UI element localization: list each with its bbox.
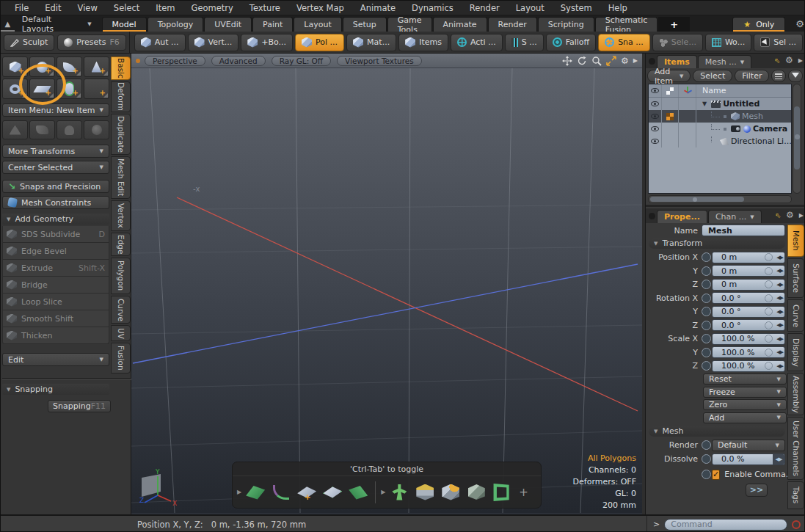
keyframe-circle-icon[interactable]	[765, 307, 773, 316]
spinner-arrows-icon[interactable]: ◀▶	[776, 282, 783, 288]
channel-circle-icon[interactable]	[702, 348, 711, 357]
spinner-arrows-icon[interactable]: ◀▶	[776, 322, 783, 328]
primitive-button[interactable]: +	[84, 57, 109, 77]
layout-switcher[interactable]: Default Layouts ▼	[15, 17, 102, 32]
add-layout-tab-button[interactable]: +	[658, 17, 690, 32]
tool-button[interactable]: Sele... ▼	[652, 34, 703, 51]
gear-icon[interactable]: ⚙	[795, 18, 804, 29]
primitive-button[interactable]: +	[2, 79, 28, 99]
tool-button[interactable]: Mat... ▼	[346, 34, 396, 51]
keyframe-circle-icon[interactable]	[765, 294, 773, 302]
transform-value-field[interactable]: 0 m ◀▶	[712, 265, 785, 277]
channel-circle-icon[interactable]	[702, 454, 711, 464]
pan-icon[interactable]	[562, 56, 572, 66]
pill-tool-button[interactable]	[321, 482, 344, 503]
transform-value-field[interactable]: 100.0 % ◀▶	[712, 333, 785, 345]
item-row[interactable]: ▼ Untitled	[649, 98, 791, 110]
visibility-cell[interactable]	[649, 123, 662, 135]
layout-tab[interactable]: Paint	[252, 17, 293, 32]
items-toolbar-button[interactable]: Add Item ▼	[647, 70, 691, 82]
channel-circle-icon[interactable]	[702, 252, 711, 262]
pill-tool-button[interactable]	[490, 482, 514, 503]
menu-item[interactable]: File	[7, 1, 37, 15]
transform-value-field[interactable]: 0.0 ° ◀▶	[712, 292, 785, 304]
presets-button[interactable]: Presets F6	[57, 34, 125, 51]
geometry-tool-button[interactable]: Edge Bevel	[2, 243, 109, 260]
items-toolbar-button[interactable]: Select ▼	[693, 70, 732, 82]
geometry-tool-button[interactable]: Thicken	[2, 327, 109, 344]
left-vertical-tab[interactable]: Vertex	[111, 200, 131, 231]
expand-panel-icon[interactable]: ⇗	[774, 57, 780, 65]
maximize-icon[interactable]	[606, 56, 616, 66]
viewport-3d[interactable]: PerspectiveAdvancedRay GL: OffViewport T…	[131, 54, 642, 514]
properties-vertical-tab[interactable]: Assembly	[787, 373, 804, 415]
channel-circle-icon[interactable]	[702, 307, 711, 316]
tool-button[interactable]: Wo... ▼	[705, 34, 751, 51]
pill-tool-button[interactable]	[295, 482, 318, 503]
items-horizontal-scrollbar[interactable]	[648, 195, 792, 203]
left-vertical-tab[interactable]: Fusion	[111, 343, 131, 374]
menu-item[interactable]: Animate	[352, 1, 404, 15]
spinner-arrows-icon[interactable]: ◀▶	[776, 268, 783, 274]
items-tab[interactable]: Mesh ... ▼	[698, 55, 751, 68]
render-cell[interactable]	[662, 123, 679, 135]
record-icon[interactable]	[792, 520, 801, 529]
tool-button[interactable]: Aut ... ▼	[134, 34, 186, 51]
geometry-tool-button[interactable]: Bridge	[2, 277, 109, 294]
edit-dropdown[interactable]: Edit ▼	[2, 353, 109, 366]
transform-value-field[interactable]: 100.0 % ◀▶	[712, 360, 785, 372]
pill-tool-button[interactable]	[387, 482, 411, 503]
layout-tab[interactable]: Schematic Fusion	[595, 17, 658, 32]
item-row[interactable]: Mesh	[649, 110, 791, 123]
menu-item[interactable]: Geometry	[183, 1, 241, 15]
properties-tab[interactable]: Prope... ▼	[657, 210, 707, 223]
command-input[interactable]	[664, 519, 787, 531]
tool-button[interactable]: Sel ... ▼	[754, 34, 803, 51]
secondary-primitive-button[interactable]	[29, 120, 55, 139]
enable-command-checkbox[interactable]: ✓	[712, 470, 720, 480]
zoom-icon[interactable]	[591, 56, 602, 66]
transform-value-field[interactable]: 0.0 ° ◀▶	[712, 306, 785, 318]
primitive-button[interactable]: +	[2, 57, 28, 77]
spinner-arrows-icon[interactable]: ◀▶	[776, 255, 783, 260]
properties-tab[interactable]: Chan ... ▼	[708, 210, 762, 223]
primitive-button[interactable]: +	[57, 79, 82, 99]
axis-cell[interactable]	[679, 110, 696, 123]
visibility-cell[interactable]	[649, 135, 662, 147]
spinner-arrows-icon[interactable]: ◀▶	[776, 309, 783, 315]
axis-cell[interactable]	[679, 135, 696, 147]
tool-button[interactable]: +Bo... ▼	[241, 34, 293, 51]
pill-tool-button[interactable]	[413, 482, 437, 503]
item-name-cell[interactable]: Camera	[696, 124, 791, 134]
layout-tab[interactable]: Layout	[294, 17, 341, 32]
dissolve-field[interactable]: 0.0 % ◀▶	[712, 453, 785, 465]
left-vertical-tab[interactable]: Curve	[111, 296, 131, 324]
expander-icon[interactable]: ▼	[702, 101, 707, 107]
tool-button[interactable]: Items ▼	[398, 34, 448, 51]
menu-item[interactable]: Dynamics	[404, 1, 462, 15]
menu-item[interactable]: Item	[147, 1, 183, 15]
list-options-button[interactable]	[771, 70, 786, 82]
menu-item[interactable]: Render	[462, 1, 508, 15]
menu-item[interactable]: System	[553, 1, 600, 15]
left-vertical-tab[interactable]: UV	[111, 325, 131, 341]
secondary-primitive-button[interactable]	[84, 120, 109, 139]
item-name-cell[interactable]: Directional Li...	[696, 136, 791, 146]
left-vertical-tab[interactable]: Deform	[111, 81, 131, 112]
spinner-arrows-icon[interactable]: ◀▶	[776, 363, 783, 369]
axis-column-header[interactable]	[679, 84, 696, 97]
left-vertical-tab[interactable]: Mesh Edit	[111, 156, 131, 199]
panel-splitter[interactable]	[646, 205, 805, 207]
transform-action-dropdown[interactable]: Add ▼	[703, 412, 787, 423]
layout-tab[interactable]: Animate	[433, 17, 487, 32]
transform-value-field[interactable]: 0 m ◀▶	[712, 252, 785, 263]
filter-funnel-button[interactable]	[788, 70, 803, 82]
layout-tab[interactable]: Setup	[343, 17, 387, 32]
left-vertical-tab[interactable]: Basic	[111, 57, 131, 80]
item-name-cell[interactable]: ▼ Untitled	[696, 99, 791, 109]
pill-tool-button[interactable]	[465, 482, 488, 503]
transform-value-field[interactable]: 0 m ◀▶	[712, 279, 785, 291]
properties-vertical-tab[interactable]: Tags	[787, 481, 804, 509]
rotate-icon[interactable]	[577, 56, 587, 66]
keyframe-circle-icon[interactable]	[765, 362, 773, 370]
